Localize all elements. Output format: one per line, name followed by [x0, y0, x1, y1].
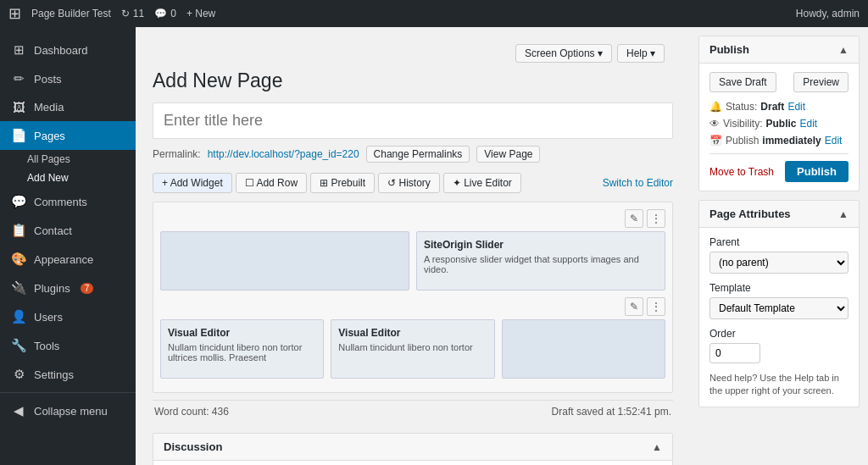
wp-logo-icon: ⊞: [8, 4, 21, 23]
row2-edit-btn[interactable]: ✎: [625, 297, 643, 316]
sidebar-item-contact[interactable]: 📋 Contact: [0, 216, 136, 245]
page-attributes-title: Page Attributes: [709, 208, 791, 220]
order-label: Order: [709, 328, 849, 340]
publish-collapse-icon: ▲: [838, 44, 849, 56]
permalink-url[interactable]: http://dev.localhost/?page_id=220: [208, 148, 359, 160]
publish-title: Publish: [709, 43, 749, 56]
plugins-icon: 🔌: [10, 280, 27, 296]
contact-icon: 📋: [10, 223, 27, 238]
comments-menu-icon: 💬: [10, 194, 27, 209]
sidebar-item-appearance[interactable]: 🎨 Appearance: [0, 245, 136, 274]
page-attributes-collapse-icon: ▲: [838, 208, 849, 220]
order-input[interactable]: [709, 343, 760, 363]
row1-cell1: [160, 231, 409, 291]
trash-link[interactable]: Move to Trash: [709, 166, 774, 178]
template-select[interactable]: Default TemplateFull Width: [709, 297, 849, 319]
help-btn[interactable]: Help: [617, 44, 665, 63]
parent-select[interactable]: (no parent)Sample Page: [709, 252, 849, 274]
sidebar-divider: [0, 392, 136, 393]
site-name: Page Builder Test: [31, 8, 111, 19]
save-draft-btn[interactable]: Save Draft: [709, 72, 776, 92]
adminbar-updates[interactable]: ↻ 11: [121, 8, 144, 19]
row1-controls: ✎ ⋮: [160, 209, 665, 228]
updates-icon: ↻: [121, 8, 130, 19]
row1-cell2: SiteOrigin Slider A responsive slider wi…: [416, 231, 665, 291]
row2-cell3: [502, 319, 665, 379]
publish-btn[interactable]: Publish: [785, 161, 849, 182]
add-row-btn[interactable]: ☐ Add Row: [236, 173, 307, 193]
slider-widget-desc: A responsive slider widget that supports…: [424, 254, 658, 274]
visibility-value: Public: [765, 118, 796, 130]
discussion-box: Discussion ▲ Allow comments. Allow track…: [153, 433, 673, 465]
settings-icon: ⚙: [10, 367, 27, 382]
slider-widget-title: SiteOrigin Slider: [424, 239, 658, 251]
visibility-row: 👁 Visibility: Public Edit: [709, 118, 849, 130]
title-input[interactable]: [153, 102, 673, 139]
status-value: Draft: [760, 101, 784, 113]
publish-time-edit-link[interactable]: Edit: [825, 135, 843, 147]
dashboard-icon: ⊞: [10, 42, 27, 58]
row2-controls: ✎ ⋮: [160, 297, 665, 316]
sidebar-item-posts[interactable]: ✏ Posts: [0, 64, 136, 93]
comments-icon: 💬: [154, 8, 167, 19]
sidebar: ⊞ Dashboard ✏ Posts 🖼 Media 📄 Pages All …: [0, 27, 136, 465]
status-icon: 🔔: [709, 101, 722, 113]
publish-time-value: immediately: [762, 135, 821, 147]
sidebar-item-tools[interactable]: 🔧 Tools: [0, 331, 136, 360]
posts-icon: ✏: [10, 71, 27, 86]
template-label: Template: [709, 282, 849, 294]
page-attributes-box: Page Attributes ▲ Parent (no parent)Samp…: [698, 200, 860, 407]
preview-btn[interactable]: Preview: [793, 72, 849, 92]
status-row: 🔔 Status: Draft Edit: [709, 101, 849, 113]
page-attributes-body: Parent (no parent)Sample Page Template D…: [699, 228, 859, 407]
admin-bar: ⊞ Page Builder Test ↻ 11 💬 0 + New Howdy…: [0, 0, 868, 27]
row2-delete-btn[interactable]: ⋮: [647, 297, 665, 316]
screen-options-btn[interactable]: Screen Options: [515, 44, 612, 63]
sidebar-item-users[interactable]: 👤 Users: [0, 302, 136, 331]
discussion-header[interactable]: Discussion ▲: [153, 434, 672, 461]
publish-body: Save Draft Preview 🔔 Status: Draft Edit …: [699, 64, 859, 191]
right-panel: Publish ▲ Save Draft Preview 🔔 Status: D…: [690, 27, 868, 465]
builder-toolbar: + Add Widget ☐ Add Row ⊞ Prebuilt ↺ Hist…: [153, 173, 673, 193]
live-editor-btn[interactable]: ✦ Live Editor: [443, 173, 521, 193]
pages-icon: 📄: [10, 128, 27, 143]
sidebar-item-comments[interactable]: 💬 Comments: [0, 187, 136, 216]
history-btn[interactable]: ↺ History: [378, 173, 440, 193]
adminbar-comments[interactable]: 💬 0: [154, 8, 176, 19]
sidebar-item-dashboard[interactable]: ⊞ Dashboard: [0, 36, 136, 64]
permalink-bar: Permalink: http://dev.localhost/?page_id…: [153, 146, 673, 163]
status-edit-link[interactable]: Edit: [787, 101, 805, 113]
view-page-btn[interactable]: View Page: [476, 146, 540, 163]
sidebar-sub-all-pages[interactable]: All Pages: [0, 150, 136, 169]
sidebar-item-settings[interactable]: ⚙ Settings: [0, 360, 136, 389]
screen-options-bar: Screen Options Help: [153, 44, 673, 63]
sidebar-sub-add-new[interactable]: Add New: [0, 169, 136, 187]
row2: Visual Editor Nullam tincidunt libero no…: [160, 319, 665, 379]
trash-publish-row: Move to Trash Publish: [709, 153, 849, 182]
adminbar-new[interactable]: + New: [186, 8, 215, 19]
sidebar-item-plugins[interactable]: 🔌 Plugins 7: [0, 274, 136, 302]
adminbar-howdy[interactable]: Howdy, admin: [796, 8, 860, 19]
main-content: Screen Options Help Add New Page Permali…: [136, 27, 690, 465]
row1-edit-btn[interactable]: ✎: [625, 209, 643, 228]
switch-editor-btn[interactable]: Switch to Editor: [603, 177, 673, 189]
visibility-icon: 👁: [709, 118, 720, 130]
visual-editor2-title: Visual Editor: [338, 327, 487, 339]
prebuilt-btn[interactable]: ⊞ Prebuilt: [310, 173, 375, 193]
add-widget-btn[interactable]: + Add Widget: [153, 173, 232, 193]
appearance-icon: 🎨: [10, 252, 27, 267]
sidebar-item-pages[interactable]: 📄 Pages: [0, 121, 136, 150]
visual-editor2-desc: Nullam tincidunt libero non tortor: [338, 342, 487, 352]
change-permalinks-btn[interactable]: Change Permalinks: [366, 146, 470, 163]
draft-saved: Draft saved at 1:52:41 pm.: [552, 406, 671, 418]
row1-delete-btn[interactable]: ⋮: [647, 209, 665, 228]
sidebar-item-media[interactable]: 🖼 Media: [0, 93, 136, 121]
adminbar-site[interactable]: Page Builder Test: [31, 8, 111, 19]
publish-time-row: 📅 Publish immediately Edit: [709, 135, 849, 147]
visibility-edit-link[interactable]: Edit: [799, 118, 817, 130]
tools-icon: 🔧: [10, 338, 27, 353]
page-title: Add New Page: [153, 69, 673, 92]
media-icon: 🖼: [10, 100, 27, 114]
collapse-menu-btn[interactable]: ◀ Collapse menu: [0, 396, 136, 425]
plugins-badge: 7: [81, 283, 94, 294]
